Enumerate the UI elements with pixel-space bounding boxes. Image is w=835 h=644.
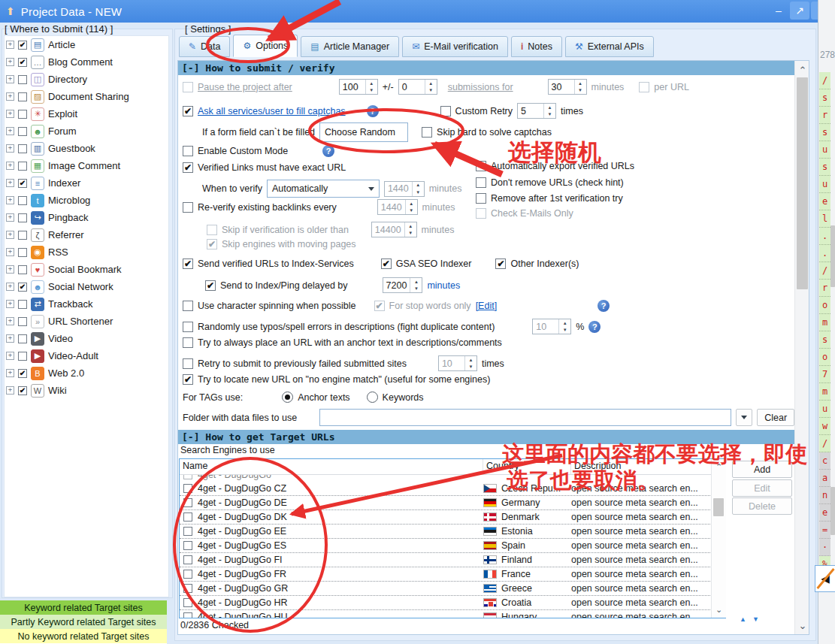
send-delayed-spinner[interactable]: 7200▲▼ xyxy=(383,277,423,293)
section-how-to-submit[interactable]: [-] How to submit / verify xyxy=(178,61,794,75)
maximize-button[interactable]: ↗ xyxy=(790,2,809,20)
engine-checkbox[interactable] xyxy=(183,541,192,550)
custom-retry-spinner[interactable]: 5▲▼ xyxy=(517,103,556,119)
expand-icon[interactable]: + xyxy=(6,231,14,239)
tab-external-apis[interactable]: ⚒ External APIs xyxy=(565,36,654,57)
checkbox[interactable] xyxy=(18,127,27,136)
delete-button[interactable]: Delete xyxy=(732,497,792,515)
expand-icon[interactable]: + xyxy=(6,369,14,377)
checkbox[interactable] xyxy=(18,162,27,171)
sidebar-item-social-bookmark[interactable]: + ♥ Social Bookmark xyxy=(5,261,168,278)
checkbox[interactable] xyxy=(18,41,27,50)
sidebar-item-wiki[interactable]: + W Wiki xyxy=(5,382,168,399)
engine-checkbox[interactable] xyxy=(183,527,192,536)
auto-export-checkbox[interactable] xyxy=(476,161,486,171)
spinner-arrows[interactable]: ▲▼ xyxy=(574,80,586,94)
scroll-down-icon[interactable]: ⌄ xyxy=(795,620,809,631)
mute-icon[interactable]: ◀ xyxy=(815,565,835,592)
spinner-arrows[interactable]: ▲▼ xyxy=(425,80,437,94)
engine-row[interactable]: 4get - DugDugGo DK Denmark open source m… xyxy=(180,510,725,525)
anchor-place-checkbox[interactable] xyxy=(183,337,193,348)
column-description[interactable]: Description xyxy=(571,459,725,474)
sidebar-item-guestbook[interactable]: + ▥ Guestbook xyxy=(5,140,168,157)
verified-exact-checkbox[interactable] xyxy=(183,162,193,173)
expand-icon[interactable]: + xyxy=(6,265,14,274)
help-icon[interactable] xyxy=(367,105,379,117)
sidebar-item-video[interactable]: + ▶ Video xyxy=(5,330,168,347)
anchor-texts-radio[interactable] xyxy=(282,392,293,403)
engine-checkbox[interactable] xyxy=(183,498,192,507)
sidebar-item-referrer[interactable]: + ζ Referrer xyxy=(5,226,168,243)
sidebar-item-forum[interactable]: + ☻ Forum xyxy=(5,122,168,140)
expand-icon[interactable]: + xyxy=(6,41,14,49)
expand-icon[interactable]: + xyxy=(6,196,14,204)
skip-older-spinner[interactable]: 14400▲▼ xyxy=(371,222,417,237)
expand-icon[interactable]: + xyxy=(6,334,14,343)
help-icon[interactable] xyxy=(322,145,334,157)
options-scrollbar[interactable]: ⌃ ⌄ xyxy=(794,61,809,634)
checkbox[interactable] xyxy=(18,92,27,101)
engine-checkbox[interactable] xyxy=(183,512,192,522)
char-spin-checkbox[interactable] xyxy=(183,301,193,311)
form-field-dropdown[interactable]: Choose Random xyxy=(319,122,408,142)
expand-icon[interactable]: + xyxy=(6,386,14,395)
scroll-up-icon[interactable]: ⌃ xyxy=(795,65,809,76)
expand-icon[interactable]: + xyxy=(6,110,14,118)
engine-row[interactable]: 4get - DugDugGo CZ Czech Repu... open so… xyxy=(180,482,725,496)
help-icon[interactable] xyxy=(588,321,601,333)
sidebar-item-microblog[interactable]: + t Microblog xyxy=(5,192,168,209)
send-delayed-checkbox[interactable] xyxy=(205,280,216,291)
retry-failed-checkbox[interactable] xyxy=(183,358,193,369)
folder-input[interactable] xyxy=(319,409,731,426)
sidebar-item-directory[interactable]: + ◫ Directory xyxy=(5,71,168,88)
platform-tree[interactable]: + ▤ Article + … Blog Comment + ◫ Directo… xyxy=(4,35,169,597)
pause-count-spinner[interactable]: 100▲▼ xyxy=(339,79,378,95)
tab-data[interactable]: ✎ Data xyxy=(179,36,230,57)
sidebar-item-web-2-0[interactable]: + B Web 2.0 xyxy=(5,364,168,382)
tab-email-verification[interactable]: ✉ E-Mail verification xyxy=(402,36,508,57)
expand-icon[interactable]: + xyxy=(6,127,14,135)
engine-row[interactable]: 4get - DugDugGo DE Germany open source m… xyxy=(180,496,725,510)
checkbox[interactable] xyxy=(18,265,27,274)
engine-checkbox[interactable] xyxy=(183,584,192,593)
sidebar-item-video-adult[interactable]: + ▶ Video-Adult xyxy=(5,347,168,364)
pause-project-checkbox[interactable] xyxy=(183,82,193,92)
expand-icon[interactable]: + xyxy=(6,283,14,291)
sidebar-item-article[interactable]: + ▤ Article xyxy=(5,36,168,53)
remove-after-checkbox[interactable] xyxy=(476,193,486,204)
sort-down-icon[interactable]: ▼ xyxy=(752,615,759,623)
engine-row[interactable]: 4get - DugDugGo HR Croatia open source m… xyxy=(180,596,725,610)
pause-minutes-spinner[interactable]: 30▲▼ xyxy=(548,79,587,95)
skip-older-checkbox[interactable] xyxy=(207,225,217,235)
pause-project-label[interactable]: Pause the project after xyxy=(198,82,292,92)
search-engines-table[interactable]: Name Country Description 4get - DugDugGo… xyxy=(179,458,726,618)
send-verified-checkbox[interactable] xyxy=(183,259,193,269)
spinner-arrows[interactable]: ▲▼ xyxy=(464,356,476,370)
sort-up-icon[interactable]: ▲ xyxy=(740,615,746,623)
checkbox[interactable] xyxy=(18,58,27,67)
typos-spinner[interactable]: 10▲▼ xyxy=(532,319,571,334)
column-country[interactable]: Country xyxy=(483,459,571,474)
custom-retry-checkbox[interactable] xyxy=(440,106,451,116)
expand-icon[interactable]: + xyxy=(6,144,14,153)
tab-article-manager[interactable]: ▤ Article Manager xyxy=(301,36,399,57)
tab-options[interactable]: ⚙ Options xyxy=(233,35,298,57)
submissions-for-label[interactable]: submissions for xyxy=(448,82,513,92)
folder-dropdown-button[interactable] xyxy=(736,409,752,426)
expand-icon[interactable]: + xyxy=(6,75,14,83)
stop-words-checkbox[interactable] xyxy=(374,301,385,311)
spinner-arrows[interactable]: ▲▼ xyxy=(558,319,570,334)
checkbox[interactable] xyxy=(18,144,27,153)
sidebar-item-url-shortener[interactable]: + » URL Shortener xyxy=(5,313,168,330)
skip-moving-checkbox[interactable] xyxy=(207,239,217,249)
engine-row[interactable]: 4get - DugDugGo HU Hungary open source m… xyxy=(180,610,725,618)
scroll-up-icon[interactable]: ⌃ xyxy=(712,462,726,472)
engine-row[interactable]: 4get - DugDugGo ES Spain open source met… xyxy=(180,539,725,553)
engine-checkbox[interactable] xyxy=(183,484,192,493)
dont-remove-checkbox[interactable] xyxy=(476,177,486,188)
retry-spinner[interactable]: 10▲▼ xyxy=(438,355,477,371)
engine-checkbox[interactable] xyxy=(183,570,192,579)
engines-scroll-thumb[interactable] xyxy=(713,498,724,516)
checkbox[interactable] xyxy=(18,75,27,84)
engine-row[interactable]: 4get - DugDugGo EE Estonia open source m… xyxy=(180,525,725,539)
